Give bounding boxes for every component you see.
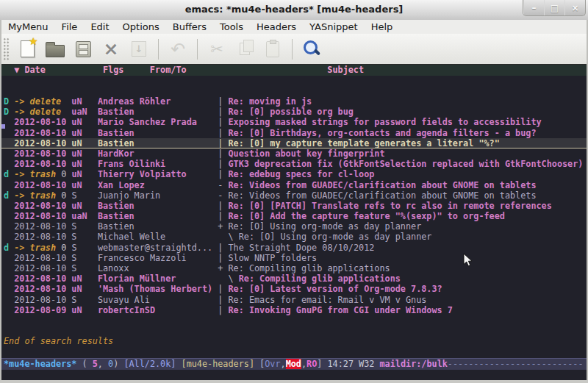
modeline-segment: 14:27 W32 <box>327 359 379 369</box>
fringe-marker <box>1 124 5 129</box>
message-row[interactable]: D -> delete uN Andreas Röhler | Re: movi… <box>1 96 587 107</box>
toolbar-separator <box>292 39 293 60</box>
save-icon <box>76 41 91 57</box>
menu-headers[interactable]: Headers <box>250 20 303 34</box>
cut-button: ✂ <box>204 37 230 62</box>
undo-button: ↶ <box>165 37 191 62</box>
message-row[interactable]: 2012-08-10 uN Mario Sanchez Prada | Expo… <box>1 117 587 127</box>
search-button[interactable] <box>298 37 325 62</box>
save-as-button: ↓ <box>126 37 152 62</box>
menu-yasnippet[interactable]: YASnippet <box>303 20 365 34</box>
menu-mymenu[interactable]: MyMenu <box>1 20 55 34</box>
save-button[interactable] <box>70 37 96 62</box>
title-bar: emacs: *mu4e-headers* [mu4e-headers] –□× <box>0 0 588 21</box>
mouse-cursor <box>463 253 475 268</box>
menu-tools[interactable]: Tools <box>213 20 250 34</box>
message-row[interactable]: 2012-08-10 uN HardKor | Question about k… <box>1 148 587 159</box>
delete-icon: × <box>104 40 119 58</box>
message-row[interactable]: 2012-08-09 uN robertcInSD | Re: Invoking… <box>1 305 587 315</box>
copy-icon <box>240 43 250 55</box>
message-row[interactable]: 2012-08-10 S Michael Welle \ Re: [O] Usi… <box>1 232 587 242</box>
message-row[interactable]: 2012-08-10 uN Bastien | Re: [0] my captu… <box>1 138 587 148</box>
save-as-icon: ↓ <box>132 41 146 57</box>
message-row[interactable]: 2012-08-10 uN Bastien | Re: [0] [PATCH] … <box>1 201 587 211</box>
message-row[interactable]: 2012-08-10 uaN Bastien | Re: [0] Add the… <box>1 211 587 221</box>
menu-bar: MyMenuFileEditOptionsBuffersToolsHeaders… <box>1 20 587 34</box>
frame-border-bottom <box>0 380 588 383</box>
modeline-segment: maildir:/bulk <box>380 359 448 369</box>
menu-buffers[interactable]: Buffers <box>166 20 213 34</box>
minimize-button[interactable]: – <box>523 0 544 15</box>
maximize-button[interactable]: □ <box>544 0 564 15</box>
window-title: emacs: *mu4e-headers* [mu4e-headers] <box>0 4 588 15</box>
headers-column-header: ▼ Date Flgs From/To Subject <box>1 65 587 76</box>
modeline-segment: , <box>301 359 306 369</box>
modeline-segment: ] <box>317 359 327 369</box>
modeline-segment <box>176 359 181 369</box>
modeline-segment: , <box>281 359 286 369</box>
modeline-segment: [mu4e-headers] <box>182 359 254 369</box>
message-row[interactable]: 2012-08-10 uN Bastien | Re: [0] Birthday… <box>1 128 587 138</box>
message-row[interactable]: d -> trash 0 S Juanjo Marin - Re: Videos… <box>1 190 587 201</box>
message-row[interactable]: 2012-08-10 uN 'Mash (Thomas Herbert) | R… <box>1 284 587 294</box>
menu-file[interactable]: File <box>55 20 85 34</box>
modeline-segment: RO <box>306 359 317 369</box>
cut-icon: ✂ <box>210 40 223 58</box>
new-file-icon <box>21 40 35 57</box>
copy-button <box>232 37 258 62</box>
end-of-search-results: End of search results <box>1 336 587 346</box>
message-row[interactable]: 2012-08-10 S Lanoxx + Re: Compiling glib… <box>1 263 587 273</box>
message-row[interactable]: 2012-08-10 S Francesco Mazzoli | Slow NN… <box>1 253 587 263</box>
delete-button[interactable]: × <box>98 37 124 62</box>
close-button[interactable]: × <box>564 0 585 15</box>
modeline-segment: [All/2.0k] <box>123 359 176 369</box>
menu-edit[interactable]: Edit <box>84 20 115 34</box>
tool-bar: ×↓↶✂ <box>1 34 587 65</box>
modeline-segment: [ <box>254 359 265 369</box>
menu-options[interactable]: Options <box>116 20 166 34</box>
window-controls: –□× <box>523 0 586 16</box>
message-list: D -> delete uN Andreas Röhler | Re: movi… <box>1 96 587 315</box>
message-row[interactable]: 2012-08-10 uN Florian Müllner \ Re: Comp… <box>1 273 587 284</box>
modeline-segment: Ovr <box>265 359 280 369</box>
toolbar-grip-handle[interactable] <box>3 37 10 61</box>
paste-button <box>259 37 286 62</box>
modeline-segment: Mod <box>286 359 301 369</box>
message-row[interactable]: d -> trash 0 S webmaster@straightd... | … <box>1 243 587 253</box>
modeline-segment: -------------------------- <box>448 359 584 369</box>
open-folder-icon <box>46 45 65 57</box>
message-row[interactable]: d -> trash 0 uN Thierry Volpiatto | Re: … <box>1 169 587 179</box>
message-row[interactable]: 2012-08-10 S Suvayu Ali | Re: Emacs for … <box>1 295 587 305</box>
modeline-segment: *mu4e-headers* <box>4 359 76 369</box>
menu-help[interactable]: Help <box>365 20 400 34</box>
message-row[interactable]: D -> delete uaN Bastien | Re: [0] possib… <box>1 107 587 117</box>
modeline-segment: , <box>98 359 108 369</box>
echo-area <box>1 370 587 380</box>
new-file-button[interactable] <box>14 37 40 62</box>
undo-icon: ↶ <box>171 40 185 58</box>
search-icon <box>304 40 318 54</box>
modeline-segment: ( <box>76 359 92 369</box>
emacs-window: emacs: *mu4e-headers* [mu4e-headers] –□×… <box>0 0 588 383</box>
paste-icon <box>266 41 279 57</box>
mode-line: *mu4e-headers* ( 5, 0) [All/2.0k] [mu4e-… <box>1 358 587 370</box>
toolbar-separator <box>158 39 159 60</box>
message-row[interactable]: 2012-08-10 S Bastien + Re: [O] Using org… <box>1 221 587 232</box>
toolbar-separator <box>197 39 198 60</box>
modeline-segment: 5 <box>93 359 98 369</box>
message-row[interactable]: 2012-08-10 uN Xan Lopez - Re: Videos fro… <box>1 180 587 190</box>
modeline-segment: ) <box>113 359 123 369</box>
mu4e-headers-buffer: D -> delete uN Andreas Röhler | Re: movi… <box>1 76 587 358</box>
message-row[interactable]: 2012-08-10 uN Frans Oilinki | GTK3 depre… <box>1 159 587 169</box>
open-folder-button[interactable] <box>42 37 68 62</box>
